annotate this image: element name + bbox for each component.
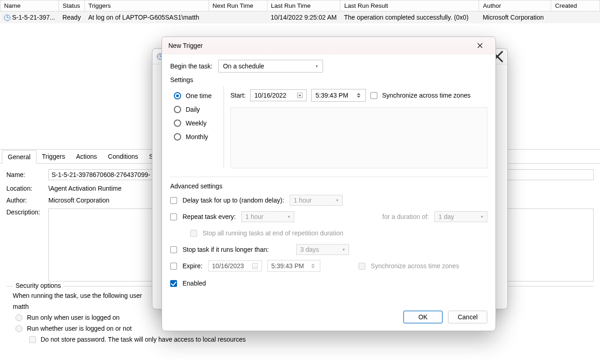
radio-weekly[interactable]: Weekly: [174, 116, 224, 130]
expire-date-input: 10/16/2023: [208, 260, 262, 271]
checkbox-no-store-password: [29, 336, 36, 343]
start-date-input[interactable]: 10/16/2022: [250, 89, 307, 101]
task-lastrun: 10/14/2022 9:25:02 AM: [267, 11, 340, 24]
col-header-name[interactable]: Name: [0, 0, 59, 11]
task-lastresult: The operation completed successfully. (0…: [340, 11, 479, 24]
task-nextrun: [209, 11, 267, 24]
task-name: S-1-5-21-397...: [12, 14, 55, 21]
col-header-lastrun[interactable]: Last Run Time: [267, 0, 340, 11]
checkbox-sync-tz[interactable]: [370, 92, 377, 99]
run-logged-on-label: Run only when user is logged on: [27, 314, 120, 321]
checkbox-stop-if-longer[interactable]: [170, 246, 177, 253]
task-triggers: At log on of LAPTOP-G605SAS1\matth: [84, 11, 209, 24]
col-header-nextrun[interactable]: Next Run Time: [209, 0, 267, 11]
tab-general[interactable]: General: [2, 150, 37, 164]
no-store-password-label: Do not store password. The task will onl…: [41, 336, 246, 343]
advanced-settings-label: Advanced settings: [170, 182, 487, 190]
stop-if-combo: 3 days▾: [296, 244, 349, 255]
run-whether-label: Run whether user is logged on or not: [27, 325, 132, 332]
delay-task-combo: 1 hour▾: [290, 195, 343, 206]
task-author: Microsoft Corporation: [479, 11, 551, 24]
time-spinner[interactable]: [355, 91, 362, 99]
radio-icon: [174, 106, 181, 113]
recurrence-column: One time Daily Weekly Monthly: [170, 86, 224, 168]
dialog-close-button[interactable]: [471, 39, 489, 52]
stop-all-label: Stop all running tasks at end of repetit…: [203, 229, 343, 237]
col-header-lastresult[interactable]: Last Run Result: [340, 0, 479, 11]
checkbox-delay-task[interactable]: [170, 197, 177, 204]
duration-label: for a duration of:: [382, 213, 429, 220]
dialog-title: New Trigger: [168, 42, 203, 49]
radio-one-time[interactable]: One time: [174, 89, 224, 103]
expire-label: Expire:: [183, 262, 203, 270]
sync-tz-label: Synchronize across time zones: [382, 92, 470, 99]
dialog-titlebar[interactable]: New Trigger: [162, 37, 496, 54]
checkbox-expire[interactable]: [170, 263, 177, 270]
task-created: [551, 11, 600, 24]
radio-icon: [174, 120, 181, 127]
repeat-every-combo: 1 hour▾: [241, 211, 294, 222]
begin-task-label: Begin the task:: [170, 62, 213, 70]
radio-icon: [174, 133, 181, 140]
expire-sync-label: Synchronize across time zones: [371, 262, 459, 270]
radio-monthly[interactable]: Monthly: [174, 130, 224, 144]
task-status: Ready: [59, 11, 84, 24]
col-header-status[interactable]: Status: [59, 0, 84, 11]
stop-if-label: Stop task if it runs longer than:: [183, 246, 269, 253]
calendar-dropdown-icon: [252, 263, 258, 269]
chevron-down-icon: ▾: [316, 64, 318, 68]
col-header-triggers[interactable]: Triggers: [84, 0, 209, 11]
checkbox-expire-sync-tz: [359, 263, 365, 270]
expire-time-input: 5:39:43 PM: [267, 260, 320, 272]
calendar-dropdown-icon[interactable]: [297, 93, 303, 98]
enabled-label: Enabled: [183, 280, 206, 287]
repeat-task-label: Repeat task every:: [183, 213, 236, 220]
delay-task-label: Delay task for up to (random delay):: [183, 197, 284, 204]
start-time-input[interactable]: 5:39:43 PM: [311, 89, 366, 102]
tab-conditions[interactable]: Conditions: [103, 150, 144, 164]
security-options-legend: Security options: [13, 282, 64, 289]
begin-task-value: On a schedule: [223, 62, 264, 70]
start-label: Start:: [230, 92, 245, 99]
ok-button[interactable]: OK: [403, 311, 443, 323]
author-label: Author:: [6, 197, 48, 204]
begin-task-combo[interactable]: On a schedule ▾: [218, 60, 323, 73]
radio-icon: [174, 92, 181, 99]
col-header-author[interactable]: Author: [479, 0, 551, 11]
description-label: Description:: [6, 208, 48, 216]
tab-triggers[interactable]: Triggers: [37, 150, 71, 164]
location-label: Location:: [6, 185, 48, 192]
schedule-details-area: [230, 107, 487, 168]
name-label: Name:: [6, 171, 48, 178]
duration-combo: 1 day▾: [434, 211, 487, 222]
settings-group-label: Settings: [170, 76, 487, 83]
task-row[interactable]: S-1-5-21-397... Ready At log on of LAPTO…: [0, 11, 600, 24]
task-icon: [4, 15, 10, 21]
task-list-table[interactable]: Name Status Triggers Next Run Time Last …: [0, 0, 600, 23]
radio-daily[interactable]: Daily: [174, 103, 224, 116]
time-spinner: [310, 262, 316, 270]
tab-actions[interactable]: Actions: [71, 150, 103, 164]
checkbox-enabled[interactable]: [170, 280, 177, 287]
checkbox-stop-all-tasks: [190, 230, 197, 237]
new-trigger-dialog: New Trigger Begin the task: On a schedul…: [162, 36, 496, 331]
checkbox-repeat-task[interactable]: [170, 213, 177, 220]
radio-run-whether: [16, 325, 22, 332]
cancel-button[interactable]: Cancel: [448, 311, 487, 323]
radio-run-logged-on: [16, 314, 22, 321]
close-icon: [477, 43, 483, 48]
col-header-created[interactable]: Created: [551, 0, 600, 11]
